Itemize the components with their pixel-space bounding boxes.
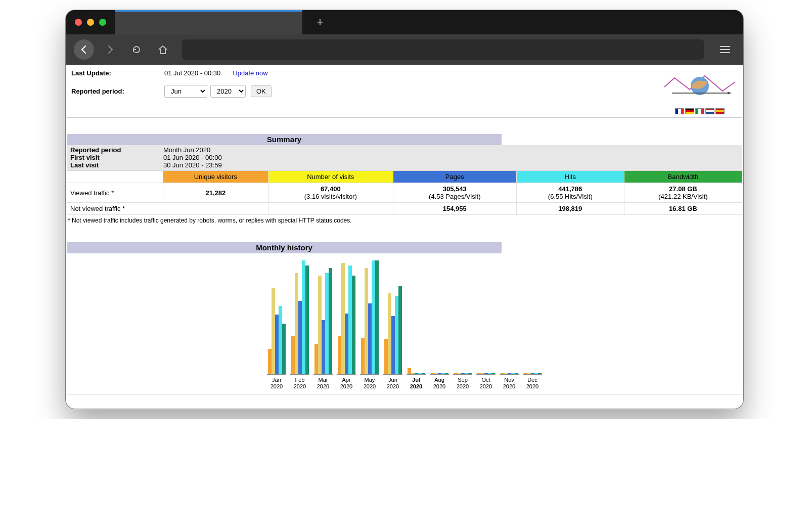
bar-nv [527, 373, 531, 374]
language-flags[interactable] [662, 108, 738, 114]
month-label: Apr2020 [340, 377, 352, 390]
monthly-heading: Monthly history [67, 242, 502, 253]
month-column: Apr2020 [336, 258, 356, 390]
month-column: Jan2020 [266, 258, 287, 390]
viewed-pages-sub: (4.53 Pages/Visit) [429, 193, 480, 200]
month-label: Jun2020 [387, 377, 399, 390]
month-label: May2020 [364, 377, 376, 390]
bar-uv [431, 373, 434, 374]
summary-first-visit-value: 01 Jun 2020 - 00:00 [163, 154, 739, 161]
bar-nv [341, 263, 345, 374]
row-viewed-label: Viewed traffic * [67, 183, 163, 203]
bar-uv [408, 368, 411, 374]
summary-heading: Summary [67, 134, 502, 145]
year-select[interactable]: 2020 [210, 85, 246, 98]
bar-bw [329, 268, 332, 374]
back-button[interactable] [74, 39, 94, 60]
reload-button[interactable] [126, 39, 147, 60]
month-label: Dec2020 [526, 377, 538, 390]
bar-pg [415, 373, 418, 374]
bar-bw [375, 260, 379, 374]
update-now-link[interactable]: Update now [233, 69, 267, 77]
bar-nv [318, 276, 322, 374]
ok-button[interactable]: OK [251, 85, 272, 97]
viewed-uv: 21,282 [205, 189, 226, 197]
bar-bw [352, 276, 355, 374]
bar-bw [515, 373, 518, 374]
window-minimize-icon[interactable] [87, 19, 94, 26]
bar-nv [434, 373, 438, 374]
bar-pg [531, 373, 534, 374]
bar-hit [395, 296, 398, 374]
flag-it-icon[interactable] [695, 108, 704, 114]
month-column: Dec2020 [522, 258, 543, 390]
month-column: Feb2020 [290, 258, 310, 390]
flag-es-icon[interactable] [715, 108, 725, 114]
notviewed-bw: 16.81 GB [624, 203, 742, 215]
bar-hit [511, 373, 515, 374]
flag-de-icon[interactable] [685, 108, 694, 114]
bar-pg [391, 316, 395, 374]
viewed-bw: 27.08 GB [669, 185, 697, 193]
bar-pg [368, 303, 372, 374]
bar-pg [484, 373, 488, 374]
viewed-pages: 305,543 [443, 185, 467, 193]
bar-bw [445, 373, 448, 374]
svg-marker-2 [728, 92, 732, 95]
month-column: Oct2020 [476, 258, 496, 390]
window-close-icon[interactable] [75, 19, 82, 26]
month-column: Jun2020 [383, 258, 403, 390]
bar-nv [411, 373, 415, 374]
bar-bw [398, 286, 402, 374]
summary-reported-period-value: Month Jun 2020 [163, 146, 739, 154]
bar-pg [461, 373, 465, 374]
month-label: Sep2020 [457, 377, 469, 390]
viewed-nv-sub: (3.16 visits/visitor) [304, 193, 357, 200]
flag-fr-icon[interactable] [675, 108, 684, 114]
month-label: Jan2020 [271, 377, 283, 390]
bar-bw [282, 324, 286, 374]
home-button[interactable] [153, 39, 173, 60]
new-tab-button[interactable]: + [302, 10, 338, 34]
bar-uv [384, 339, 388, 374]
bar-hit [348, 265, 352, 374]
reported-period-label: Reported period: [71, 87, 164, 95]
bar-hit [418, 373, 422, 374]
url-bar[interactable] [182, 39, 704, 60]
month-column: Mar2020 [313, 258, 333, 390]
notviewed-hits: 198,819 [516, 203, 624, 215]
bar-hit [279, 306, 282, 374]
forward-button[interactable] [100, 39, 120, 60]
month-label: Jul2020 [410, 377, 422, 390]
window-maximize-icon[interactable] [99, 19, 106, 26]
bar-pg [438, 373, 441, 374]
bar-uv [501, 373, 504, 374]
bar-uv [338, 336, 341, 374]
bar-bw [491, 373, 495, 374]
col-hits: Hits [516, 171, 624, 183]
bar-hit [325, 273, 329, 374]
viewed-bw-sub: (421.22 KB/Visit) [658, 193, 707, 200]
month-label: Aug2020 [433, 377, 445, 390]
notviewed-pages: 154,955 [393, 203, 516, 215]
month-label: Mar2020 [317, 377, 329, 390]
col-unique-visitors: Unique visitors [163, 171, 268, 183]
bar-nv [481, 373, 484, 374]
hamburger-menu-button[interactable] [715, 46, 735, 53]
bar-uv [291, 336, 295, 374]
viewed-hits-sub: (6.55 Hits/Visit) [548, 193, 593, 200]
bar-uv [314, 344, 318, 374]
browser-tab[interactable] [115, 10, 302, 34]
summary-first-visit-label: First visit [70, 154, 163, 161]
bar-nv [504, 373, 508, 374]
month-column: Sep2020 [453, 258, 473, 390]
flag-nl-icon[interactable] [705, 108, 714, 114]
viewed-nv: 67,400 [321, 185, 341, 193]
bar-pg [275, 315, 279, 374]
bar-nv [272, 288, 275, 374]
monthly-history-chart: Jan2020Feb2020Mar2020Apr2020May2020Jun20… [266, 258, 543, 390]
month-select[interactable]: Jun [164, 85, 207, 98]
bar-pg [508, 373, 511, 374]
bar-uv [524, 373, 527, 374]
col-number-visits: Number of visits [268, 171, 393, 183]
